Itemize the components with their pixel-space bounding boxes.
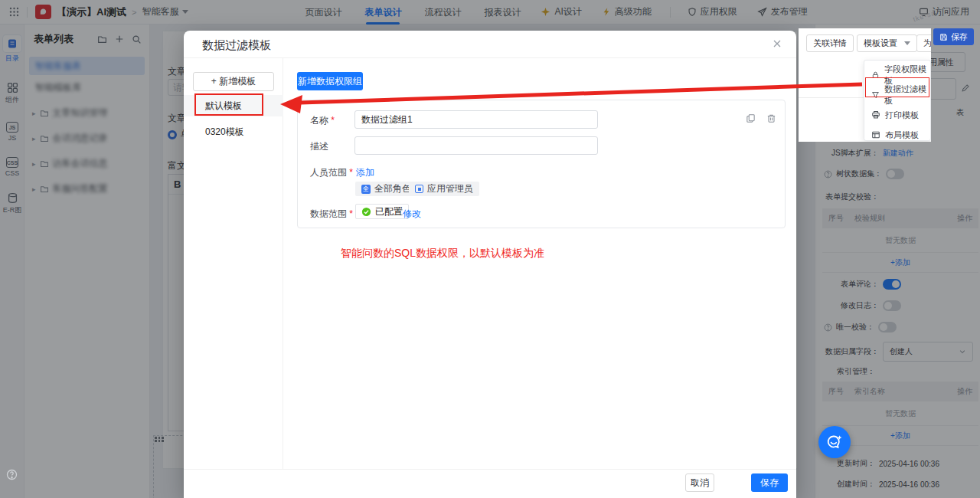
highlight-region: 关联详情 模板设置 为此 字段权限模板 数据过滤模板 打印模板 [799,28,931,142]
permission-group-card: 名称 数据过滤组1 描述 人员范围 添加 全 全部角色 应用管理员 数据范围 [297,100,786,228]
app-root: 【演示】AI测试 > 智能客服 页面设计 表单设计 流程设计 报表设计 AI设计… [0,0,980,498]
description-input[interactable] [354,136,598,155]
trash-icon[interactable] [766,113,776,123]
description-label: 描述 [310,140,328,153]
printer-icon [871,110,880,120]
funnel-icon [871,90,880,100]
ai-chat-icon [825,433,844,451]
modal-header: 数据过滤模板 [184,31,796,58]
menu-item-data-filter[interactable]: 数据过滤模板 [864,85,930,105]
role-tag-admin[interactable]: 应用管理员 [409,182,479,196]
add-permission-group-button[interactable]: 新增数据权限组 [297,72,363,90]
role-all-icon: 全 [361,185,371,194]
close-icon[interactable] [772,38,782,49]
template-settings-dropdown: 字段权限模板 数据过滤模板 打印模板 布局模板 [864,60,931,141]
save-icon [939,33,948,41]
annotation-text: 智能问数的SQL数据权限，以默认模板为准 [341,247,544,260]
new-template-button[interactable]: + 新增模板 [193,72,274,91]
role-tag-all[interactable]: 全 全部角色 [355,182,417,196]
divider [799,97,864,98]
modify-data-scope-link[interactable]: 修改 [403,208,421,221]
template-item-default[interactable]: 默认模板 [184,95,283,116]
data-scope-label: 数据范围 [310,208,353,221]
data-filter-template-modal: 数据过滤模板 + 新增模板 默认模板 0320模板 新增数据权限组 名称 数据过… [184,31,796,498]
modal-footer: 取消 保存 [184,469,796,498]
menu-item-layout-template[interactable]: 布局模板 [864,125,930,142]
template-list-panel: + 新增模板 默认模板 0320模板 [184,58,283,469]
menu-item-field-permission[interactable]: 字段权限模板 [864,65,930,85]
configured-badge: 已配置 [355,204,409,219]
check-circle-icon [361,207,371,217]
template-item-0320[interactable]: 0320模板 [184,121,283,143]
layout-icon [871,130,880,139]
help-button[interactable] [6,469,18,480]
name-label: 名称 [310,114,335,127]
clipped-button[interactable]: 为此 [916,34,931,52]
template-settings-button[interactable]: 模板设置 [857,34,917,52]
add-people-link[interactable]: 添加 [356,166,374,179]
role-admin-icon [415,185,423,193]
related-detail-button[interactable]: 关联详情 [806,34,854,52]
copy-icon[interactable] [746,113,756,123]
modal-title: 数据过滤模板 [202,38,271,53]
lock-icon [871,70,880,80]
top-save-button[interactable]: 保存 [933,28,974,45]
modal-save-button[interactable]: 保存 [751,473,788,492]
chevron-down-icon [904,41,910,45]
ai-assistant-button[interactable] [818,426,851,458]
people-scope-label: 人员范围 [310,166,353,179]
group-name-input[interactable]: 数据过滤组1 [354,110,598,129]
cancel-button[interactable]: 取消 [685,473,714,492]
menu-item-print-template[interactable]: 打印模板 [864,105,930,125]
